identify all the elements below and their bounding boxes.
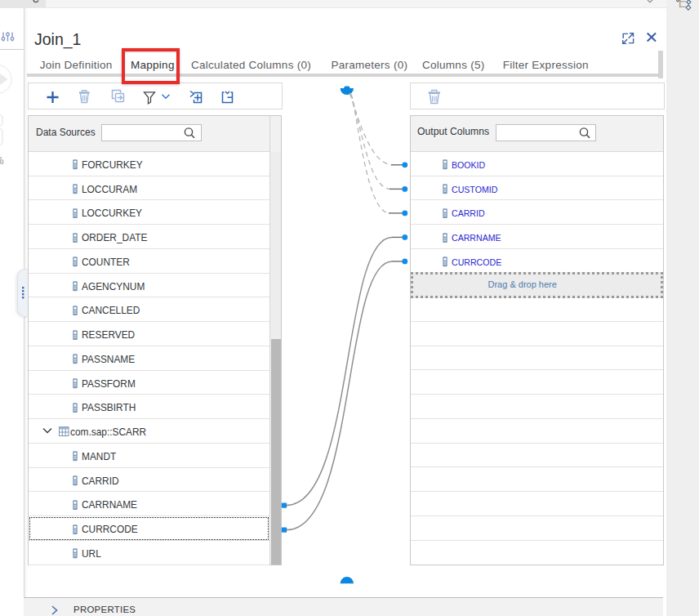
svg-text:%: % bbox=[0, 154, 4, 167]
